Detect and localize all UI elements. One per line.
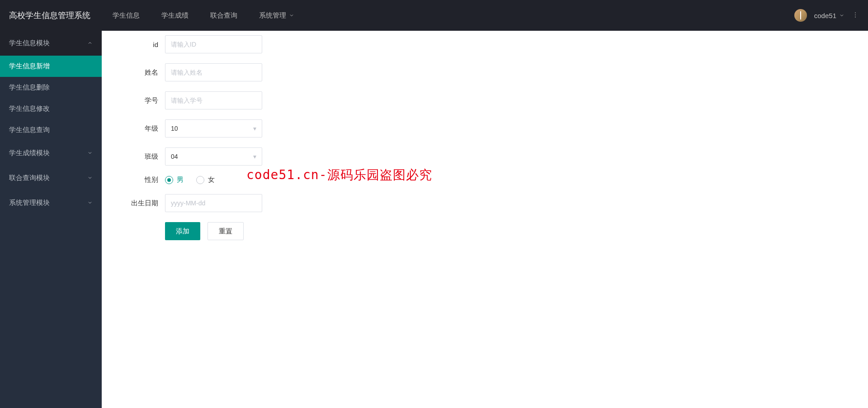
chevron-down-icon xyxy=(87,149,93,157)
user-area: code51 xyxy=(794,9,868,22)
chevron-down-icon xyxy=(289,12,294,19)
header: 高校学生信息管理系统 学生信息 学生成绩 联合查询 系统管理 code51 xyxy=(0,0,868,31)
more-icon[interactable] xyxy=(852,11,859,20)
chevron-down-icon xyxy=(87,199,93,207)
svg-point-0 xyxy=(855,12,856,13)
radio-icon xyxy=(165,176,173,184)
name-input[interactable] xyxy=(165,63,262,81)
gender-label: 性别 xyxy=(115,176,165,184)
add-button[interactable]: 添加 xyxy=(165,222,200,240)
caret-down-icon: ▾ xyxy=(253,125,256,132)
gender-radio-male[interactable]: 男 xyxy=(165,176,184,184)
sidebar-group-union-query[interactable]: 联合查询模块 xyxy=(0,166,102,190)
sidebar-group-system-manage[interactable]: 系统管理模块 xyxy=(0,190,102,215)
gender-radio-female[interactable]: 女 xyxy=(196,176,215,184)
sidebar-item-delete[interactable]: 学生信息删除 xyxy=(0,77,102,98)
sidebar-group-student-grade[interactable]: 学生成绩模块 xyxy=(0,141,102,166)
nav-system-manage[interactable]: 系统管理 xyxy=(248,0,305,31)
nav-student-grade[interactable]: 学生成绩 xyxy=(151,0,199,31)
username-dropdown[interactable]: code51 xyxy=(814,12,844,19)
svg-point-2 xyxy=(855,16,856,17)
caret-down-icon: ▾ xyxy=(253,153,256,160)
birth-label: 出生日期 xyxy=(115,199,165,208)
gender-radio-group: 男 女 xyxy=(165,176,262,184)
id-input[interactable] xyxy=(165,35,262,53)
student-no-label: 学号 xyxy=(115,96,165,105)
sidebar-item-add[interactable]: 学生信息新增 xyxy=(0,56,102,77)
main-content: id 姓名 学号 年级 10 ▾ 班级 xyxy=(102,31,868,408)
svg-point-1 xyxy=(855,14,856,15)
class-select[interactable]: 04 ▾ xyxy=(165,147,262,166)
birth-input[interactable] xyxy=(165,194,262,212)
radio-icon xyxy=(196,176,204,184)
class-label: 班级 xyxy=(115,152,165,161)
chevron-down-icon xyxy=(839,12,844,19)
app-title: 高校学生信息管理系统 xyxy=(0,10,102,21)
id-label: id xyxy=(115,41,165,48)
add-student-form: id 姓名 学号 年级 10 ▾ 班级 xyxy=(115,35,387,240)
grade-select[interactable]: 10 ▾ xyxy=(165,119,262,138)
sidebar: 学生信息模块 学生信息新增 学生信息删除 学生信息修改 学生信息查询 学生成绩模… xyxy=(0,31,102,408)
sidebar-item-update[interactable]: 学生信息修改 xyxy=(0,98,102,119)
name-label: 姓名 xyxy=(115,68,165,77)
student-no-input[interactable] xyxy=(165,91,262,109)
sidebar-item-query[interactable]: 学生信息查询 xyxy=(0,119,102,141)
nav-union-query[interactable]: 联合查询 xyxy=(199,0,248,31)
sidebar-group-student-info[interactable]: 学生信息模块 xyxy=(0,31,102,56)
top-nav: 学生信息 学生成绩 联合查询 系统管理 xyxy=(102,0,794,31)
chevron-up-icon xyxy=(87,39,93,47)
grade-label: 年级 xyxy=(115,124,165,133)
reset-button[interactable]: 重置 xyxy=(208,222,244,240)
chevron-down-icon xyxy=(87,174,93,182)
avatar[interactable] xyxy=(794,9,807,22)
nav-student-info[interactable]: 学生信息 xyxy=(102,0,151,31)
